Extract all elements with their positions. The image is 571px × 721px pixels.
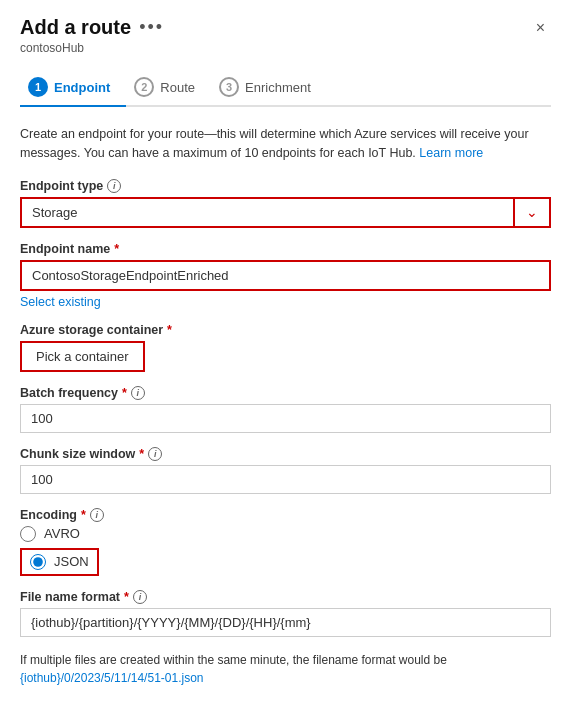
title-row: Add a route •••	[20, 16, 164, 39]
endpoint-name-label: Endpoint name *	[20, 242, 551, 256]
step-endpoint[interactable]: 1 Endpoint	[20, 69, 126, 107]
encoding-label: Encoding * i	[20, 508, 551, 522]
file-name-format-label: File name format * i	[20, 590, 551, 604]
required-star-6: *	[124, 590, 129, 604]
panel-subtitle: contosoHub	[20, 41, 551, 55]
step-3-circle: 3	[219, 77, 239, 97]
encoding-avro-option[interactable]: AVRO	[20, 526, 551, 542]
file-name-format-info-icon[interactable]: i	[133, 590, 147, 604]
step-enrichment[interactable]: 3 Enrichment	[211, 69, 327, 107]
close-button[interactable]: ×	[530, 17, 551, 39]
required-star-4: *	[139, 447, 144, 461]
endpoint-type-select[interactable]: Storage ⌄	[20, 197, 551, 228]
azure-storage-container-label: Azure storage container *	[20, 323, 551, 337]
encoding-json-label: JSON	[54, 554, 89, 569]
step-route[interactable]: 2 Route	[126, 69, 211, 107]
encoding-radio-group: AVRO JSON	[20, 526, 551, 576]
encoding-avro-radio[interactable]	[20, 526, 36, 542]
encoding-avro-label: AVRO	[44, 526, 80, 541]
chunk-size-info-icon[interactable]: i	[148, 447, 162, 461]
step-1-label: Endpoint	[54, 80, 110, 95]
endpoint-type-info-icon[interactable]: i	[107, 179, 121, 193]
add-route-panel: Add a route ••• × contosoHub 1 Endpoint …	[0, 0, 571, 721]
step-3-label: Enrichment	[245, 80, 311, 95]
more-options-icon[interactable]: •••	[139, 17, 164, 38]
batch-frequency-group: Batch frequency * i	[20, 386, 551, 433]
encoding-group: Encoding * i AVRO JSON	[20, 508, 551, 576]
azure-storage-container-group: Azure storage container * Pick a contain…	[20, 323, 551, 372]
step-2-circle: 2	[134, 77, 154, 97]
encoding-json-radio[interactable]	[30, 554, 46, 570]
required-star-2: *	[167, 323, 172, 337]
batch-frequency-label: Batch frequency * i	[20, 386, 551, 400]
chevron-down-icon[interactable]: ⌄	[513, 199, 549, 226]
steps-nav: 1 Endpoint 2 Route 3 Enrichment	[20, 69, 551, 107]
required-star: *	[114, 242, 119, 256]
endpoint-name-group: Endpoint name * Select existing	[20, 242, 551, 309]
required-star-5: *	[81, 508, 86, 522]
endpoint-type-label: Endpoint type i	[20, 179, 551, 193]
chunk-size-window-label: Chunk size window * i	[20, 447, 551, 461]
learn-more-link[interactable]: Learn more	[419, 146, 483, 160]
endpoint-name-input[interactable]	[20, 260, 551, 291]
encoding-info-icon[interactable]: i	[90, 508, 104, 522]
file-name-format-input[interactable]	[20, 608, 551, 637]
chunk-size-window-group: Chunk size window * i	[20, 447, 551, 494]
endpoint-type-group: Endpoint type i Storage ⌄	[20, 179, 551, 228]
select-existing-link[interactable]: Select existing	[20, 295, 101, 309]
description-text: Create an endpoint for your route—this w…	[20, 125, 551, 163]
batch-frequency-input[interactable]	[20, 404, 551, 433]
endpoint-type-value[interactable]: Storage	[22, 199, 549, 226]
file-name-format-group: File name format * i	[20, 590, 551, 637]
footer-example: {iothub}/0/2023/5/11/14/51-01.json	[20, 671, 204, 685]
panel-header: Add a route ••• ×	[20, 16, 551, 39]
required-star-3: *	[122, 386, 127, 400]
pick-container-button[interactable]: Pick a container	[20, 341, 145, 372]
footer-text: If multiple files are created within the…	[20, 651, 551, 687]
step-1-circle: 1	[28, 77, 48, 97]
step-2-label: Route	[160, 80, 195, 95]
chunk-size-window-input[interactable]	[20, 465, 551, 494]
batch-frequency-info-icon[interactable]: i	[131, 386, 145, 400]
encoding-json-option[interactable]: JSON	[20, 548, 99, 576]
panel-title: Add a route	[20, 16, 131, 39]
